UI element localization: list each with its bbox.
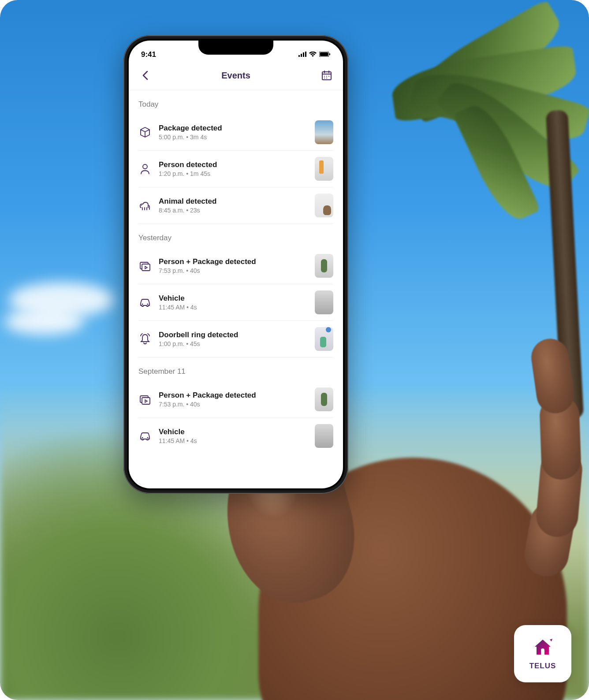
- vehicle-icon: [138, 429, 152, 443]
- event-title: Person + Package detected: [159, 257, 308, 266]
- video-icon: [138, 393, 152, 406]
- event-sub: 1:20 p.m. • 1m 45s: [159, 170, 308, 177]
- svg-point-24: [142, 437, 143, 439]
- svg-rect-5: [320, 52, 328, 56]
- event-title: Vehicle: [159, 428, 308, 436]
- package-icon: [138, 126, 152, 139]
- svg-rect-23: [142, 398, 150, 404]
- section-label-today: Today: [138, 90, 333, 114]
- event-row[interactable]: Person detected 1:20 p.m. • 1m 45s: [138, 151, 333, 187]
- video-icon: [138, 259, 152, 272]
- telus-label: TELUS: [529, 662, 556, 670]
- event-row[interactable]: Person + Package detected 7:53 p.m. • 40…: [138, 248, 333, 284]
- event-thumbnail: [315, 120, 333, 144]
- event-row[interactable]: Vehicle 11:45 AM • 4s: [138, 418, 333, 454]
- event-title: Doorbell ring detected: [159, 331, 308, 339]
- event-thumbnail: [315, 254, 333, 278]
- telus-home-icon: [530, 637, 555, 659]
- svg-rect-3: [305, 52, 306, 57]
- svg-point-16: [143, 164, 147, 169]
- event-thumbnail: [315, 157, 333, 181]
- section-label-sept11: September 11: [138, 357, 333, 381]
- svg-point-25: [147, 437, 149, 439]
- telus-badge: TELUS: [514, 625, 571, 682]
- event-title: Animal detected: [159, 197, 308, 206]
- event-sub: 7:53 p.m. • 40s: [159, 401, 308, 408]
- event-thumbnail: [315, 387, 333, 411]
- back-button[interactable]: [138, 69, 152, 82]
- animal-icon: [138, 199, 152, 212]
- svg-point-11: [324, 76, 325, 77]
- svg-point-21: [147, 304, 149, 305]
- phone-screen: 9:41 Events: [129, 41, 343, 488]
- svg-rect-19: [142, 264, 150, 271]
- event-row[interactable]: Package detected 5:00 p.m. • 3m 4s: [138, 114, 333, 151]
- event-thumbnail: [315, 290, 333, 314]
- svg-rect-2: [303, 52, 304, 57]
- event-sub: 7:53 p.m. • 40s: [159, 267, 308, 274]
- phone-notch: [198, 41, 273, 55]
- svg-point-20: [142, 304, 143, 305]
- svg-point-14: [324, 78, 325, 78]
- event-sub: 11:45 AM • 4s: [159, 437, 308, 444]
- event-row[interactable]: Doorbell ring detected 1:00 p.m. • 45s: [138, 321, 333, 357]
- status-time: 9:41: [141, 50, 156, 59]
- calendar-button[interactable]: [320, 69, 333, 82]
- svg-point-12: [326, 76, 327, 77]
- event-title: Package detected: [159, 124, 308, 133]
- svg-point-15: [326, 78, 327, 78]
- event-thumbnail: [315, 327, 333, 351]
- vehicle-icon: [138, 296, 152, 309]
- event-row[interactable]: Person + Package detected 7:53 p.m. • 40…: [138, 381, 333, 418]
- svg-rect-6: [329, 53, 330, 55]
- event-thumbnail: [315, 424, 333, 448]
- events-list[interactable]: Today Package detected 5:00 p.m. • 3m 4s: [129, 90, 343, 481]
- svg-rect-1: [301, 54, 302, 57]
- event-title: Vehicle: [159, 294, 308, 303]
- event-sub: 5:00 p.m. • 3m 4s: [159, 134, 308, 141]
- section-label-yesterday: Yesterday: [138, 224, 333, 248]
- phone-frame: 9:41 Events: [123, 35, 348, 494]
- person-icon: [138, 162, 152, 175]
- wifi-icon: [309, 50, 317, 59]
- event-title: Person + Package detected: [159, 391, 308, 400]
- battery-icon: [319, 50, 331, 59]
- event-row[interactable]: Animal detected 8:45 a.m. • 23s: [138, 187, 333, 224]
- event-sub: 1:00 p.m. • 45s: [159, 340, 308, 347]
- svg-point-17: [141, 205, 142, 206]
- event-sub: 8:45 a.m. • 23s: [159, 207, 308, 214]
- event-sub: 11:45 AM • 4s: [159, 304, 308, 311]
- signal-icon: [298, 50, 306, 59]
- event-thumbnail: [315, 194, 333, 217]
- app-header: Events: [129, 63, 343, 90]
- svg-rect-0: [298, 55, 300, 57]
- event-title: Person detected: [159, 160, 308, 169]
- page-title: Events: [221, 71, 250, 81]
- svg-point-13: [328, 76, 329, 77]
- event-row[interactable]: Vehicle 11:45 AM • 4s: [138, 284, 333, 321]
- bell-icon: [138, 332, 152, 346]
